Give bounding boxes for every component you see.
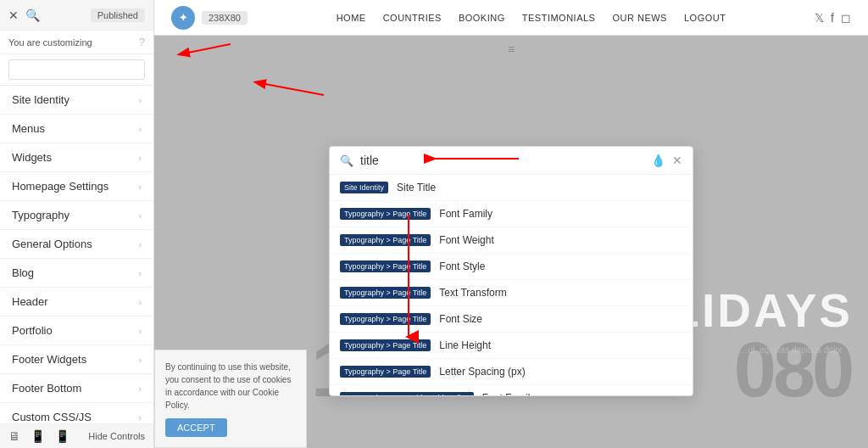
preview-topbar: ✦ 238X80 HOME COUNTRIES BOOKING TESTIMON… [154,0,868,36]
main-preview: ✦ 238X80 HOME COUNTRIES BOOKING TESTIMON… [154,0,868,448]
chevron-right-icon: › [138,182,142,192]
nav-countries[interactable]: COUNTRIES [383,13,442,23]
sidebar-search-bar [0,54,153,86]
chevron-right-icon: › [138,95,142,105]
chevron-right-icon: › [138,412,142,423]
result-label: Font Size [439,313,482,325]
sidebar-item-label: Footer Bottom [12,382,81,395]
hide-controls-label[interactable]: Hide Controls [88,431,145,441]
search-result-item[interactable]: Typography > Page Title Font Size [330,306,693,333]
sidebar-item-portfolio[interactable]: Portfolio › [0,316,153,345]
sidebar-menu: Site Identity › Menus › Widgets › Homepa… [0,86,153,423]
sidebar-footer: 🖥 📱 📱 Hide Controls [0,423,153,448]
result-label: Site Title [397,182,436,193]
search-modal-input[interactable]: title [360,154,651,167]
sidebar-item-footer-widgets[interactable]: Footer Widgets › [0,345,153,374]
search-result-item[interactable]: Typography > Page Title Text Transform [330,280,693,306]
chevron-right-icon: › [138,268,142,278]
result-label: Font Weight [439,234,493,246]
sidebar-item-header[interactable]: Header › [0,288,153,316]
chevron-right-icon: › [138,239,142,249]
logo-icon: ✦ [171,6,195,30]
sidebar-item-widgets[interactable]: Widgets › [0,143,153,172]
nav-testimonials[interactable]: TESTIMONIALS [522,13,596,23]
sidebar-item-footer-bottom[interactable]: Footer Bottom › [0,374,153,403]
result-badge: Typography > Page Title [340,260,431,272]
chevron-right-icon: › [138,124,142,134]
accept-button[interactable]: ACCEPT [165,418,227,437]
sidebar-item-blog[interactable]: Blog › [0,259,153,288]
filter-icon[interactable]: 💧 [651,154,665,167]
preview-social: 𝕏 f ◻ [815,11,851,25]
search-modal-icon: 🔍 [340,154,353,167]
search-result-item[interactable]: Typography > Page Title Subheading Font … [330,385,693,395]
nav-home[interactable]: HOME [337,13,366,23]
sidebar-header: ✕ 🔍 Published [0,0,153,31]
close-modal-icon[interactable]: ✕ [672,154,682,167]
big-number-right: 080 [734,327,851,414]
search-results: Site Identity Site Title Typography > Pa… [330,175,693,395]
nav-our-news[interactable]: OUR NEWS [612,13,667,23]
result-label: Text Transform [439,287,506,299]
sidebar-item-menus[interactable]: Menus › [0,115,153,143]
chevron-right-icon: › [138,326,142,336]
nav-logout[interactable]: LOGOUT [684,13,726,23]
result-label: Line Height [439,339,491,351]
search-result-item[interactable]: Site Identity Site Title [330,175,693,201]
sidebar-item-label: Portfolio [12,324,53,337]
app-wrapper: ✕ 🔍 Published You are customizing ? Site… [0,0,868,448]
close-icon[interactable]: ✕ [8,8,19,22]
sidebar-item-custom-css-js[interactable]: Custom CSS/JS › [0,403,153,423]
result-label: Font Family [439,208,492,220]
search-icon[interactable]: 🔍 [25,8,40,22]
sidebar-item-label: Footer Widgets [12,353,86,366]
search-result-item[interactable]: Typography > Page Title Font Style [330,254,693,280]
chevron-right-icon: › [138,153,142,163]
twitter-icon[interactable]: 𝕏 [815,11,824,25]
sidebar-item-label: Header [12,295,48,308]
chevron-right-icon: › [138,384,142,394]
sidebar-item-site-identity[interactable]: Site Identity › [0,86,153,115]
logo-size-label: 238X80 [202,11,248,25]
chevron-right-icon: › [138,297,142,307]
sidebar-item-label: General Options [12,238,92,250]
sidebar-item-label: Site Identity [12,93,70,106]
preview-logo: ✦ 238X80 [171,6,248,30]
holidays-text: LIDAYS [670,283,853,338]
tablet-icon[interactable]: 📱 [31,429,45,443]
svg-line-4 [180,44,231,54]
sidebar-item-label: Homepage Settings [12,180,108,193]
preview-content: ≡ 1 080 LIDAYS …ut, egestas dapibus dolo… [154,36,868,448]
published-badge: Published [91,8,145,22]
sidebar-footer-icons: 🖥 📱 📱 [8,429,70,443]
chevron-right-icon: › [138,355,142,365]
nav-booking[interactable]: BOOKING [459,13,505,23]
sidebar-item-general-options[interactable]: General Options › [0,230,153,259]
result-badge: Site Identity [340,182,388,193]
sidebar-item-label: Blog [12,266,34,279]
preview-nav: HOME COUNTRIES BOOKING TESTIMONIALS OUR … [337,13,726,23]
search-result-item[interactable]: Typography > Page Title Font Weight [330,227,693,254]
result-badge: Typography > Page Title [340,234,431,246]
desktop-icon[interactable]: 🖥 [8,429,20,443]
search-result-item[interactable]: Typography > Page Title Letter Spacing (… [330,359,693,385]
instagram-icon[interactable]: ◻ [841,11,851,25]
cookie-banner: By continuing to use this website, you c… [154,350,307,448]
search-result-item[interactable]: Typography > Page Title Line Height [330,333,693,359]
chevron-right-icon: › [138,210,142,221]
sidebar-item-label: Custom CSS/JS [12,411,92,423]
cookie-text: By continuing to use this website, you c… [165,361,296,412]
result-badge: Typography > Page Title [340,287,431,299]
svg-line-5 [256,82,324,95]
mobile-icon[interactable]: 📱 [55,429,70,443]
help-icon[interactable]: ? [139,36,145,48]
sidebar: ✕ 🔍 Published You are customizing ? Site… [0,0,154,448]
customizing-bar: You are customizing ? [0,31,153,54]
result-badge: Typography > Page Title [340,313,431,325]
search-result-item[interactable]: Typography > Page Title Font Family [330,201,693,227]
sidebar-search-input[interactable] [8,59,145,80]
search-modal: 🔍 title 💧 ✕ Site Identity Site Title Typ… [329,146,693,396]
sidebar-item-typography[interactable]: Typography › [0,201,153,230]
sidebar-item-homepage-settings[interactable]: Homepage Settings › [0,172,153,201]
facebook-icon[interactable]: f [831,11,834,25]
